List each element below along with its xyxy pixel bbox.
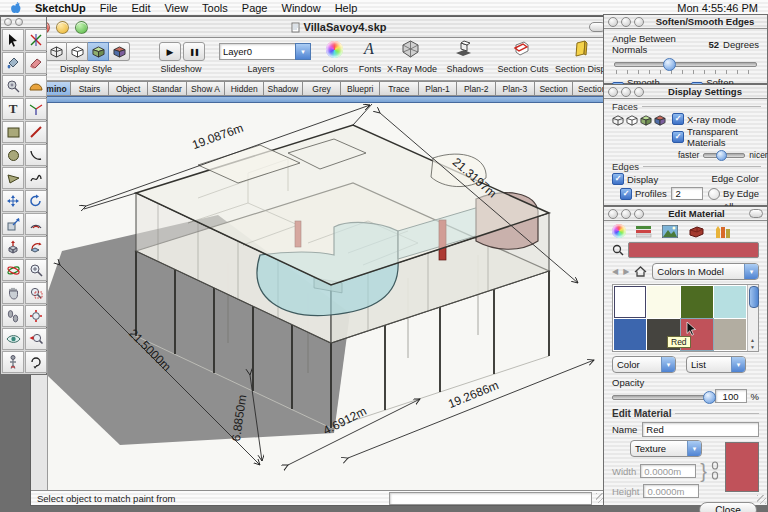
em-zoom-button[interactable]	[634, 209, 644, 219]
menu-item-page[interactable]: Page	[242, 2, 268, 14]
scroll-down-arrow[interactable]: ▼	[750, 344, 755, 350]
swatch-ivory[interactable]	[647, 286, 679, 318]
tool-palette-titlebar[interactable]	[1, 17, 46, 28]
opacity-slider-track[interactable]	[612, 395, 711, 400]
shadows-button[interactable]	[453, 40, 473, 60]
eraser-tool[interactable]	[25, 52, 47, 74]
texture-dropdown[interactable]: Texture	[630, 440, 702, 457]
tab-plan-3[interactable]: Plan-3	[496, 81, 535, 96]
em-toolbar-toggle[interactable]	[749, 209, 763, 218]
opacity-slider[interactable]	[612, 391, 711, 402]
menu-item-sketchup[interactable]: SketchUp	[35, 2, 86, 14]
library-dropdown[interactable]: Colors In Model	[652, 263, 759, 280]
zoom-window-button[interactable]	[75, 21, 88, 34]
rectangle-tool[interactable]	[2, 121, 24, 143]
angle-slider[interactable]	[614, 58, 757, 69]
textured-style-button[interactable]	[109, 42, 130, 61]
image-tab-icon[interactable]	[662, 225, 678, 238]
opacity-slider-thumb[interactable]	[703, 391, 716, 404]
ds-minimize-button[interactable]	[621, 87, 631, 97]
soften-panel-titlebar[interactable]: Soften/Smooth Edges	[604, 15, 767, 29]
tab-bluepri[interactable]: Bluepri	[341, 81, 380, 96]
minimize-window-button[interactable]	[56, 21, 69, 34]
color-wheel-tab-icon[interactable]	[612, 224, 626, 238]
active-color-bar[interactable]	[628, 242, 759, 258]
apple-menu[interactable]	[10, 2, 21, 14]
fonts-button[interactable]: A	[364, 40, 374, 58]
hiddenline-style-button[interactable]	[67, 42, 88, 61]
display-settings-titlebar[interactable]: Display Settings	[604, 85, 767, 99]
orbit-tool[interactable]	[2, 259, 24, 281]
mini-wireframe-icon[interactable]	[612, 115, 624, 126]
link-chain-icon[interactable]	[711, 461, 719, 481]
em-minimize-button[interactable]	[621, 209, 631, 219]
tape-measure-tool[interactable]	[2, 75, 24, 97]
xray-mode-checkbox[interactable]: X-ray mode	[672, 113, 768, 125]
tab-stairs[interactable]: Stairs	[71, 81, 110, 96]
circle-tool[interactable]	[2, 144, 24, 166]
play-slideshow-button[interactable]: ▶	[159, 42, 181, 61]
protractor-tool[interactable]	[25, 75, 47, 97]
freehand-tool[interactable]	[25, 167, 47, 189]
ds-close-button[interactable]	[608, 87, 618, 97]
layers-dropdown-arrow[interactable]: ▼	[295, 43, 311, 60]
offset-tool[interactable]	[25, 213, 47, 235]
sliders-tab-icon[interactable]	[636, 225, 652, 238]
swatch-white[interactable]	[614, 286, 646, 318]
select-tool[interactable]	[2, 29, 24, 51]
zoom-tool[interactable]	[25, 259, 47, 281]
quality-slider[interactable]	[703, 149, 745, 160]
edges-display-checkbox[interactable]: Display	[612, 173, 658, 185]
quality-slider-thumb[interactable]	[716, 150, 727, 161]
edit-material-titlebar[interactable]: Edit Material	[604, 207, 767, 221]
pan-tool[interactable]	[2, 282, 24, 304]
close-button[interactable]: Close	[699, 502, 757, 512]
palette-close-button[interactable]	[4, 18, 12, 26]
shaded-style-button[interactable]	[88, 42, 109, 61]
push-pull-tool[interactable]	[2, 236, 24, 258]
tab-trace[interactable]: Trace	[380, 81, 419, 96]
menu-item-edit[interactable]: Edit	[131, 2, 150, 14]
zoom-extents-tool[interactable]	[25, 305, 47, 327]
position-camera-tool[interactable]	[2, 351, 24, 373]
model-viewport[interactable]: 19.0876m 21.3197m 21.5000m 19.2686m 4.69…	[47, 103, 614, 491]
move-tool[interactable]	[2, 190, 24, 212]
scroll-up-arrow[interactable]: ▲	[750, 337, 755, 343]
arc-tool[interactable]	[25, 144, 47, 166]
back-button[interactable]: ◀	[612, 267, 618, 276]
swatch-scrollbar[interactable]: ▲ ▼	[747, 285, 758, 351]
material-name-field[interactable]: Red	[642, 422, 759, 437]
villa-savoye-model[interactable]: 19.0876m 21.3197m 21.5000m 19.2686m 4.69…	[48, 103, 614, 491]
panel-resize-grip[interactable]	[757, 495, 766, 504]
profiles-value-field[interactable]: 2	[671, 187, 703, 200]
width-field[interactable]: 0.0000m	[640, 464, 696, 478]
ds-zoom-button[interactable]	[634, 87, 644, 97]
wireframe-style-button[interactable]	[45, 42, 67, 61]
measurements-box[interactable]	[389, 492, 592, 505]
tab-standar[interactable]: Standar	[148, 81, 187, 96]
colors-button[interactable]	[326, 41, 343, 58]
tab-plan-1[interactable]: Plan-1	[419, 81, 458, 96]
text-tool[interactable]: T	[2, 98, 24, 120]
angle-slider-thumb[interactable]	[663, 58, 676, 71]
tab-grey[interactable]: Grey	[303, 81, 342, 96]
mini-textured-icon[interactable]	[654, 115, 666, 126]
mini-shaded-icon[interactable]	[640, 115, 652, 126]
home-icon[interactable]	[634, 266, 647, 277]
height-field[interactable]: 0.0000m	[643, 484, 699, 498]
layers-dropdown[interactable]: Layer0 ▼	[219, 43, 311, 60]
brick-tab-icon[interactable]	[688, 225, 705, 238]
tab-object[interactable]: Object	[109, 81, 148, 96]
rotate-tool[interactable]	[25, 190, 47, 212]
profiles-checkbox[interactable]: Profiles	[620, 188, 667, 200]
menu-item-file[interactable]: File	[100, 2, 118, 14]
zoom-window-tool[interactable]	[25, 282, 47, 304]
swatch-blue[interactable]	[614, 319, 646, 351]
angle-slider-track[interactable]	[614, 62, 757, 67]
xray-mode-button[interactable]	[401, 40, 420, 60]
scrollbar-thumb[interactable]	[749, 286, 759, 308]
swatch-dark-green[interactable]	[681, 286, 713, 318]
soften-minimize-button[interactable]	[621, 17, 631, 27]
palette-collapse-button[interactable]	[15, 18, 23, 26]
by-edge-radio[interactable]: By Edge	[708, 188, 759, 200]
